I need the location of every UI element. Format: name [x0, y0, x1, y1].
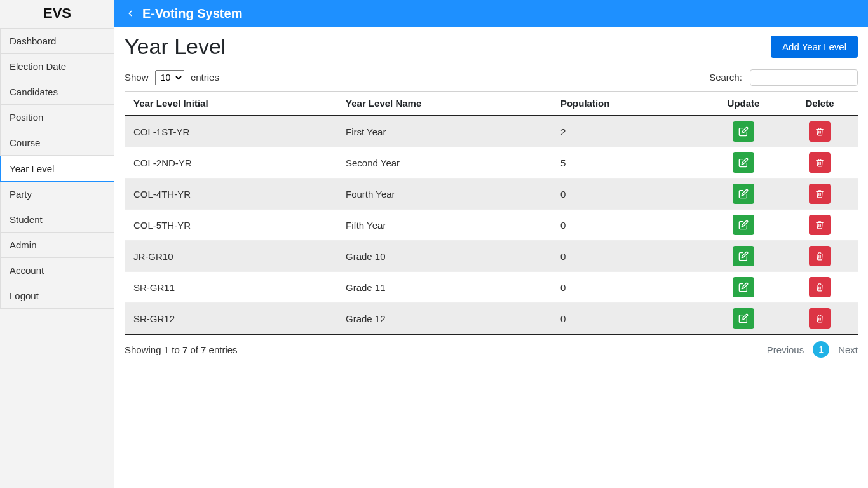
sidebar: EVS DashboardElection DateCandidatesPosi…	[0, 0, 114, 488]
cell-initial: COL-5TH-YR	[125, 210, 337, 241]
trash-icon	[815, 189, 824, 198]
edit-icon	[738, 313, 749, 323]
page-size-select[interactable]: 10	[155, 70, 184, 85]
table-row: COL-4TH-YRFourth Year0	[125, 179, 858, 210]
cell-name: Fifth Year	[337, 210, 552, 241]
edit-icon	[738, 189, 749, 199]
cell-delete	[782, 210, 858, 241]
pagination: Previous 1 Next	[767, 341, 858, 358]
delete-button[interactable]	[809, 184, 831, 204]
edit-icon	[738, 282, 749, 292]
table-row: COL-5TH-YRFifth Year0	[125, 210, 858, 241]
delete-button[interactable]	[809, 121, 831, 142]
pagination-prev[interactable]: Previous	[767, 344, 804, 355]
cell-population: 0	[552, 303, 705, 335]
col-update[interactable]: Update	[705, 92, 782, 116]
show-prefix: Show	[125, 72, 149, 83]
cell-delete	[782, 241, 858, 272]
header-title: E-Voting System	[142, 6, 242, 21]
sidebar-item-candidates[interactable]: Candidates	[0, 79, 114, 105]
table-header-row: Year Level Initial Year Level Name Popul…	[125, 92, 858, 116]
cell-initial: COL-1ST-YR	[125, 116, 337, 147]
cell-name: Grade 11	[337, 272, 552, 303]
col-name[interactable]: Year Level Name	[337, 92, 552, 116]
update-button[interactable]	[733, 121, 754, 142]
table-footer: Showing 1 to 7 of 7 entries Previous 1 N…	[125, 341, 858, 358]
edit-icon	[738, 251, 749, 261]
col-delete[interactable]: Delete	[782, 92, 858, 116]
cell-update	[705, 179, 782, 210]
update-button[interactable]	[733, 215, 754, 235]
table-row: COL-2ND-YRSecond Year5	[125, 147, 858, 179]
cell-name: Grade 12	[337, 303, 552, 335]
trash-icon	[815, 127, 824, 136]
table-controls: Show 10 entries Search:	[125, 69, 858, 86]
page-title: Year Level	[125, 34, 226, 59]
col-population[interactable]: Population	[552, 92, 705, 116]
cell-delete	[782, 116, 858, 147]
cell-name: First Year	[337, 116, 552, 147]
pagination-page-1[interactable]: 1	[813, 341, 829, 358]
sidebar-item-election-date[interactable]: Election Date	[0, 54, 114, 79]
trash-icon	[815, 283, 824, 292]
sidebar-item-party[interactable]: Party	[0, 182, 114, 207]
update-button[interactable]	[733, 152, 754, 173]
show-suffix: entries	[191, 72, 219, 83]
cell-update	[705, 210, 782, 241]
sidebar-item-admin[interactable]: Admin	[0, 233, 114, 258]
sidebar-item-student[interactable]: Student	[0, 207, 114, 233]
edit-icon	[738, 126, 749, 137]
cell-initial: SR-GR11	[125, 272, 337, 303]
cell-population: 0	[552, 179, 705, 210]
delete-button[interactable]	[809, 152, 831, 173]
update-button[interactable]	[733, 308, 754, 329]
update-button[interactable]	[733, 184, 754, 204]
cell-initial: COL-4TH-YR	[125, 179, 337, 210]
update-button[interactable]	[733, 246, 754, 266]
cell-update	[705, 241, 782, 272]
sidebar-item-account[interactable]: Account	[0, 258, 114, 283]
delete-button[interactable]	[809, 277, 831, 297]
year-level-table: Year Level Initial Year Level Name Popul…	[125, 91, 858, 335]
edit-icon	[738, 158, 749, 168]
delete-button[interactable]	[809, 246, 831, 266]
delete-button[interactable]	[809, 308, 831, 329]
cell-name: Fourth Year	[337, 179, 552, 210]
table-info: Showing 1 to 7 of 7 entries	[125, 344, 238, 355]
sidebar-item-year-level[interactable]: Year Level	[0, 156, 114, 182]
cell-name: Grade 10	[337, 241, 552, 272]
sidebar-item-dashboard[interactable]: Dashboard	[0, 29, 114, 54]
cell-initial: SR-GR12	[125, 303, 337, 335]
page-size-control: Show 10 entries	[125, 70, 219, 85]
cell-population: 5	[552, 147, 705, 179]
cell-initial: COL-2ND-YR	[125, 147, 337, 179]
cell-update	[705, 147, 782, 179]
pagination-next[interactable]: Next	[838, 344, 858, 355]
table-row: COL-1ST-YRFirst Year2	[125, 116, 858, 147]
cell-delete	[782, 147, 858, 179]
sidebar-item-logout[interactable]: Logout	[0, 283, 114, 309]
trash-icon	[815, 158, 824, 167]
back-icon[interactable]	[125, 8, 136, 19]
cell-population: 2	[552, 116, 705, 147]
cell-population: 0	[552, 241, 705, 272]
trash-icon	[815, 220, 824, 229]
search-control: Search:	[709, 69, 858, 86]
content: Year Level Add Year Level Show 10 entrie…	[114, 27, 868, 368]
main: E-Voting System Year Level Add Year Leve…	[114, 0, 868, 488]
col-initial[interactable]: Year Level Initial	[125, 92, 337, 116]
update-button[interactable]	[733, 277, 754, 297]
search-input[interactable]	[750, 69, 858, 86]
search-label: Search:	[709, 72, 742, 83]
sidebar-brand: EVS	[0, 0, 114, 28]
cell-delete	[782, 272, 858, 303]
sidebar-item-course[interactable]: Course	[0, 130, 114, 156]
edit-icon	[738, 220, 749, 230]
cell-update	[705, 272, 782, 303]
add-year-level-button[interactable]: Add Year Level	[771, 36, 858, 58]
sidebar-item-position[interactable]: Position	[0, 105, 114, 130]
table-row: SR-GR11Grade 110	[125, 272, 858, 303]
cell-delete	[782, 179, 858, 210]
page-title-row: Year Level Add Year Level	[125, 34, 858, 59]
delete-button[interactable]	[809, 215, 831, 235]
